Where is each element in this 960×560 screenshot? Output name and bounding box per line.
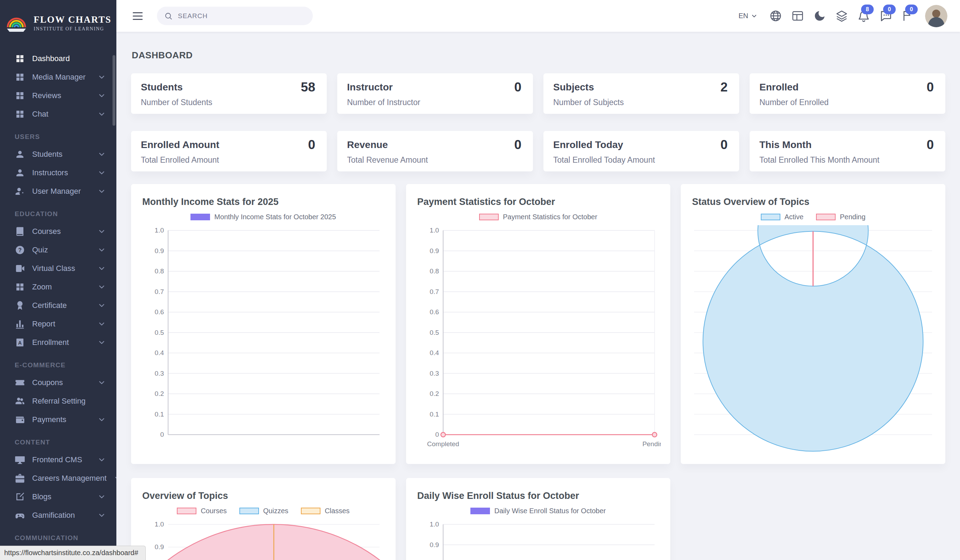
enrollment-icon: A <box>15 337 25 348</box>
help-circle-icon: ? <box>15 245 25 255</box>
chart-legend: ActivePending <box>691 213 936 221</box>
svg-text:0.3: 0.3 <box>429 370 438 377</box>
stat-subtitle: Number of Enrolled <box>759 98 934 107</box>
chart-title: Monthly Income Stats for 2025 <box>142 196 386 207</box>
search-input[interactable] <box>177 12 308 20</box>
sidebar-item-coupons[interactable]: Coupons <box>0 373 116 392</box>
topbar: EN 800 <box>116 0 960 32</box>
chevron-down-icon <box>98 320 106 328</box>
sidebar-item-zoom[interactable]: Zoom <box>0 278 116 296</box>
sidebar-item-label: User Manager <box>32 187 91 196</box>
legend-swatch <box>190 214 210 220</box>
sidebar-item-label: Zoom <box>32 282 91 292</box>
chart-plot: 1.00.90.80.70.60.50.40.30.20.10 <box>416 519 661 560</box>
sidebar-item-quiz[interactable]: ?Quiz <box>0 241 116 259</box>
svg-text:0.2: 0.2 <box>429 390 438 397</box>
legend-swatch <box>470 507 490 514</box>
layers-icon-button[interactable] <box>831 0 853 32</box>
sidebar-item-media-manager[interactable]: Media Manager <box>0 68 116 86</box>
sidebar-item-payments[interactable]: Payments <box>0 410 116 429</box>
legend-item-quizzes[interactable]: Quizzes <box>239 507 288 515</box>
sidebar-item-referral-setting[interactable]: Referral Setting <box>0 392 116 410</box>
sidebar-item-label: Referral Setting <box>32 397 106 406</box>
svg-text:0.6: 0.6 <box>155 308 164 316</box>
brand-text: FLOW CHARTS INSTITUTE OF LEARNING <box>34 14 111 32</box>
stat-subtitle: Number of Subjects <box>553 98 728 107</box>
sidebar-item-careers-management[interactable]: Careers Management <box>0 469 116 487</box>
svg-text:A: A <box>18 340 22 345</box>
sidebar-item-user-manager[interactable]: User Manager <box>0 182 116 200</box>
svg-text:0.7: 0.7 <box>155 288 164 295</box>
chart-plot: 1.00.90.80.70.60.50.40.30.20.1 <box>141 519 386 560</box>
chevron-down-icon <box>98 187 106 196</box>
charts-grid: Monthly Income Stats for 2025Monthly Inc… <box>131 184 945 560</box>
stat-card-this-month: This Month0Total Enrolled This Month Amo… <box>750 131 945 171</box>
sidebar-item-students[interactable]: Students <box>0 145 116 163</box>
svg-text:1.0: 1.0 <box>155 520 164 528</box>
sidebar-item-blogs[interactable]: Blogs <box>0 487 116 506</box>
sidebar-item-label: Enrollment <box>32 338 91 347</box>
svg-text:0.5: 0.5 <box>429 329 438 336</box>
svg-text:1.0: 1.0 <box>429 227 438 234</box>
sidebar-item-courses[interactable]: Courses <box>0 222 116 241</box>
chevron-down-icon <box>98 511 106 520</box>
page-content: DASHBOARD Students58Number of StudentsIn… <box>116 32 960 560</box>
svg-text:0: 0 <box>160 431 164 438</box>
chart-plot: 1.00.90.80.70.60.50.40.30.20.10Completed… <box>416 225 661 454</box>
legend-item-pending[interactable]: Pending <box>816 213 865 221</box>
layout-icon-button[interactable] <box>787 0 809 32</box>
badge-icon <box>15 300 25 311</box>
globe-icon <box>769 10 782 22</box>
sidebar-item-enrollment[interactable]: AEnrollment <box>0 333 116 352</box>
sidebar-item-label: Media Manager <box>32 73 91 82</box>
legend-swatch <box>761 214 780 220</box>
flag-icon-button[interactable]: 0 <box>897 0 919 32</box>
chevron-down-icon <box>98 378 106 387</box>
notification-badge: 0 <box>905 5 918 14</box>
language-selector[interactable]: EN <box>736 11 760 20</box>
bell-icon-button[interactable]: 8 <box>853 0 875 32</box>
sidebar-item-virtual-class[interactable]: Virtual Class <box>0 259 116 278</box>
sidebar-item-dashboard[interactable]: Dashboard <box>0 49 116 68</box>
legend-item-payment-statistics-for-october[interactable]: Payment Statistics for October <box>479 213 597 221</box>
stat-value: 0 <box>514 137 522 152</box>
chart-plot <box>691 225 936 454</box>
stat-value: 0 <box>720 137 728 152</box>
stat-card-students: Students58Number of Students <box>131 73 327 114</box>
sidebar-item-chat[interactable]: Chat <box>0 105 116 123</box>
user-gear-icon <box>15 186 25 196</box>
chart-canvas: 1.00.90.80.70.60.50.40.30.20.1 <box>141 519 386 560</box>
sidebar-item-label: Students <box>32 150 91 159</box>
sidebar-section-users: USERS <box>0 123 116 145</box>
legend-item-active[interactable]: Active <box>761 213 803 221</box>
sidebar-item-report[interactable]: Report <box>0 314 116 333</box>
legend-item-monthly-income-stats-for-october-2025[interactable]: Monthly Income Stats for October 2025 <box>190 213 336 221</box>
sidebar-item-reviews[interactable]: Reviews <box>0 86 116 105</box>
sidebar-scrollbar[interactable] <box>112 55 115 126</box>
moon-icon-button[interactable] <box>809 0 831 32</box>
user-avatar[interactable] <box>925 5 947 27</box>
sidebar-item-label: Chat <box>32 110 91 119</box>
sidebar-item-label: Instructors <box>32 168 91 177</box>
legend-item-courses[interactable]: Courses <box>177 507 226 515</box>
legend-item-classes[interactable]: Classes <box>301 507 349 515</box>
svg-text:1.0: 1.0 <box>429 520 438 528</box>
legend-item-daily-wise-enroll-status-for-october[interactable]: Daily Wise Enroll Status for October <box>470 507 606 515</box>
chart-legend: Daily Wise Enroll Status for October <box>416 507 661 515</box>
stat-value: 0 <box>926 137 934 152</box>
chart-legend: CoursesQuizzesClasses <box>141 507 386 515</box>
menu-toggle-button[interactable] <box>131 8 146 24</box>
brand-logo[interactable]: FLOW CHARTS INSTITUTE OF LEARNING <box>0 0 116 46</box>
layers-icon <box>835 10 848 22</box>
sidebar-item-label: Virtual Class <box>32 264 91 273</box>
user-icon <box>15 168 25 178</box>
sidebar-item-frontend-cms[interactable]: Frontend CMS <box>0 450 116 469</box>
globe-icon-button[interactable] <box>765 0 787 32</box>
sidebar-item-certificate[interactable]: Certificate <box>0 296 116 314</box>
sidebar-item-gamification[interactable]: Gamification <box>0 506 116 524</box>
chat-icon-button[interactable]: 0 <box>875 0 897 32</box>
coupon-icon <box>15 377 25 388</box>
legend-label: Courses <box>201 507 226 515</box>
sidebar-section-e-commerce: E-COMMERCE <box>0 352 116 373</box>
sidebar-item-instructors[interactable]: Instructors <box>0 163 116 182</box>
